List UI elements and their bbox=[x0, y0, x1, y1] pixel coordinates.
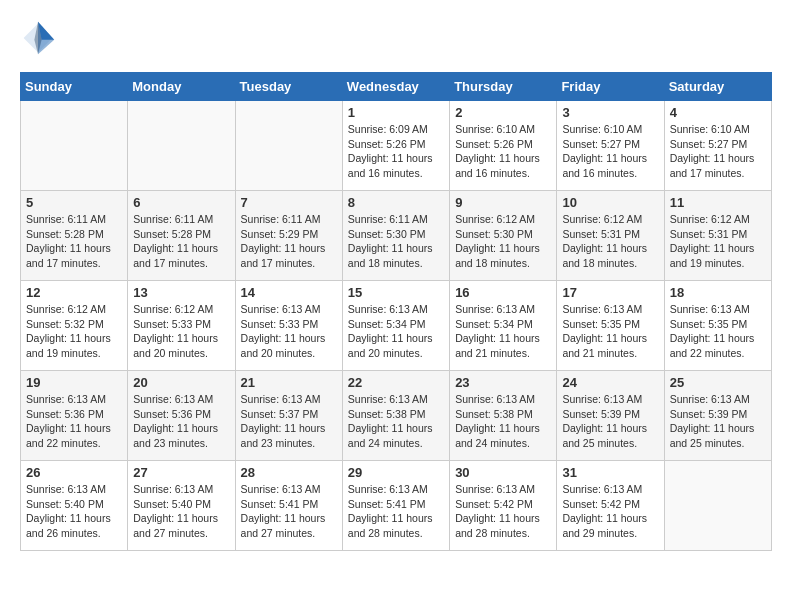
day-number: 24 bbox=[562, 375, 658, 390]
day-number: 1 bbox=[348, 105, 444, 120]
day-number: 9 bbox=[455, 195, 551, 210]
weekday-header-thursday: Thursday bbox=[450, 73, 557, 101]
day-number: 14 bbox=[241, 285, 337, 300]
day-number: 15 bbox=[348, 285, 444, 300]
calendar-week-row: 5Sunrise: 6:11 AM Sunset: 5:28 PM Daylig… bbox=[21, 191, 772, 281]
calendar-cell: 1Sunrise: 6:09 AM Sunset: 5:26 PM Daylig… bbox=[342, 101, 449, 191]
calendar-week-row: 1Sunrise: 6:09 AM Sunset: 5:26 PM Daylig… bbox=[21, 101, 772, 191]
day-number: 4 bbox=[670, 105, 766, 120]
day-content: Sunrise: 6:13 AM Sunset: 5:36 PM Dayligh… bbox=[26, 392, 122, 451]
calendar-cell: 15Sunrise: 6:13 AM Sunset: 5:34 PM Dayli… bbox=[342, 281, 449, 371]
day-number: 8 bbox=[348, 195, 444, 210]
day-number: 19 bbox=[26, 375, 122, 390]
day-content: Sunrise: 6:13 AM Sunset: 5:37 PM Dayligh… bbox=[241, 392, 337, 451]
day-number: 7 bbox=[241, 195, 337, 210]
day-number: 6 bbox=[133, 195, 229, 210]
day-number: 5 bbox=[26, 195, 122, 210]
logo-icon bbox=[20, 20, 56, 56]
page-header bbox=[20, 20, 772, 56]
day-content: Sunrise: 6:10 AM Sunset: 5:27 PM Dayligh… bbox=[670, 122, 766, 181]
day-content: Sunrise: 6:13 AM Sunset: 5:40 PM Dayligh… bbox=[26, 482, 122, 541]
day-number: 28 bbox=[241, 465, 337, 480]
calendar-cell: 7Sunrise: 6:11 AM Sunset: 5:29 PM Daylig… bbox=[235, 191, 342, 281]
day-content: Sunrise: 6:11 AM Sunset: 5:30 PM Dayligh… bbox=[348, 212, 444, 271]
day-content: Sunrise: 6:12 AM Sunset: 5:33 PM Dayligh… bbox=[133, 302, 229, 361]
day-content: Sunrise: 6:13 AM Sunset: 5:36 PM Dayligh… bbox=[133, 392, 229, 451]
day-content: Sunrise: 6:10 AM Sunset: 5:26 PM Dayligh… bbox=[455, 122, 551, 181]
calendar-cell bbox=[235, 101, 342, 191]
calendar-cell: 5Sunrise: 6:11 AM Sunset: 5:28 PM Daylig… bbox=[21, 191, 128, 281]
day-number: 17 bbox=[562, 285, 658, 300]
day-number: 27 bbox=[133, 465, 229, 480]
weekday-header-friday: Friday bbox=[557, 73, 664, 101]
calendar-cell: 26Sunrise: 6:13 AM Sunset: 5:40 PM Dayli… bbox=[21, 461, 128, 551]
calendar-cell: 21Sunrise: 6:13 AM Sunset: 5:37 PM Dayli… bbox=[235, 371, 342, 461]
weekday-header-saturday: Saturday bbox=[664, 73, 771, 101]
day-content: Sunrise: 6:13 AM Sunset: 5:41 PM Dayligh… bbox=[241, 482, 337, 541]
day-number: 2 bbox=[455, 105, 551, 120]
calendar-week-row: 19Sunrise: 6:13 AM Sunset: 5:36 PM Dayli… bbox=[21, 371, 772, 461]
calendar-cell: 17Sunrise: 6:13 AM Sunset: 5:35 PM Dayli… bbox=[557, 281, 664, 371]
weekday-header-wednesday: Wednesday bbox=[342, 73, 449, 101]
calendar-cell: 19Sunrise: 6:13 AM Sunset: 5:36 PM Dayli… bbox=[21, 371, 128, 461]
weekday-header-sunday: Sunday bbox=[21, 73, 128, 101]
day-number: 31 bbox=[562, 465, 658, 480]
day-content: Sunrise: 6:09 AM Sunset: 5:26 PM Dayligh… bbox=[348, 122, 444, 181]
day-content: Sunrise: 6:13 AM Sunset: 5:42 PM Dayligh… bbox=[455, 482, 551, 541]
day-content: Sunrise: 6:13 AM Sunset: 5:40 PM Dayligh… bbox=[133, 482, 229, 541]
calendar-cell: 6Sunrise: 6:11 AM Sunset: 5:28 PM Daylig… bbox=[128, 191, 235, 281]
day-number: 21 bbox=[241, 375, 337, 390]
day-number: 3 bbox=[562, 105, 658, 120]
day-content: Sunrise: 6:13 AM Sunset: 5:34 PM Dayligh… bbox=[348, 302, 444, 361]
day-content: Sunrise: 6:13 AM Sunset: 5:42 PM Dayligh… bbox=[562, 482, 658, 541]
calendar-cell bbox=[664, 461, 771, 551]
day-number: 11 bbox=[670, 195, 766, 210]
calendar-cell: 16Sunrise: 6:13 AM Sunset: 5:34 PM Dayli… bbox=[450, 281, 557, 371]
calendar-cell: 27Sunrise: 6:13 AM Sunset: 5:40 PM Dayli… bbox=[128, 461, 235, 551]
calendar-cell: 31Sunrise: 6:13 AM Sunset: 5:42 PM Dayli… bbox=[557, 461, 664, 551]
day-content: Sunrise: 6:12 AM Sunset: 5:30 PM Dayligh… bbox=[455, 212, 551, 271]
day-content: Sunrise: 6:13 AM Sunset: 5:41 PM Dayligh… bbox=[348, 482, 444, 541]
day-content: Sunrise: 6:12 AM Sunset: 5:31 PM Dayligh… bbox=[670, 212, 766, 271]
calendar-cell: 13Sunrise: 6:12 AM Sunset: 5:33 PM Dayli… bbox=[128, 281, 235, 371]
day-number: 13 bbox=[133, 285, 229, 300]
day-number: 20 bbox=[133, 375, 229, 390]
day-number: 12 bbox=[26, 285, 122, 300]
calendar-week-row: 12Sunrise: 6:12 AM Sunset: 5:32 PM Dayli… bbox=[21, 281, 772, 371]
day-content: Sunrise: 6:13 AM Sunset: 5:33 PM Dayligh… bbox=[241, 302, 337, 361]
calendar-cell: 14Sunrise: 6:13 AM Sunset: 5:33 PM Dayli… bbox=[235, 281, 342, 371]
day-content: Sunrise: 6:13 AM Sunset: 5:39 PM Dayligh… bbox=[562, 392, 658, 451]
day-content: Sunrise: 6:11 AM Sunset: 5:28 PM Dayligh… bbox=[26, 212, 122, 271]
day-content: Sunrise: 6:13 AM Sunset: 5:35 PM Dayligh… bbox=[670, 302, 766, 361]
day-content: Sunrise: 6:13 AM Sunset: 5:39 PM Dayligh… bbox=[670, 392, 766, 451]
weekday-header-monday: Monday bbox=[128, 73, 235, 101]
day-content: Sunrise: 6:13 AM Sunset: 5:35 PM Dayligh… bbox=[562, 302, 658, 361]
day-content: Sunrise: 6:13 AM Sunset: 5:38 PM Dayligh… bbox=[455, 392, 551, 451]
calendar-cell: 24Sunrise: 6:13 AM Sunset: 5:39 PM Dayli… bbox=[557, 371, 664, 461]
calendar-cell: 9Sunrise: 6:12 AM Sunset: 5:30 PM Daylig… bbox=[450, 191, 557, 281]
calendar-table: SundayMondayTuesdayWednesdayThursdayFrid… bbox=[20, 72, 772, 551]
calendar-cell: 4Sunrise: 6:10 AM Sunset: 5:27 PM Daylig… bbox=[664, 101, 771, 191]
calendar-cell: 28Sunrise: 6:13 AM Sunset: 5:41 PM Dayli… bbox=[235, 461, 342, 551]
calendar-week-row: 26Sunrise: 6:13 AM Sunset: 5:40 PM Dayli… bbox=[21, 461, 772, 551]
calendar-body: 1Sunrise: 6:09 AM Sunset: 5:26 PM Daylig… bbox=[21, 101, 772, 551]
calendar-cell bbox=[128, 101, 235, 191]
calendar-cell: 20Sunrise: 6:13 AM Sunset: 5:36 PM Dayli… bbox=[128, 371, 235, 461]
weekday-header-tuesday: Tuesday bbox=[235, 73, 342, 101]
day-content: Sunrise: 6:12 AM Sunset: 5:32 PM Dayligh… bbox=[26, 302, 122, 361]
day-number: 23 bbox=[455, 375, 551, 390]
calendar-header: SundayMondayTuesdayWednesdayThursdayFrid… bbox=[21, 73, 772, 101]
calendar-cell: 18Sunrise: 6:13 AM Sunset: 5:35 PM Dayli… bbox=[664, 281, 771, 371]
day-content: Sunrise: 6:13 AM Sunset: 5:34 PM Dayligh… bbox=[455, 302, 551, 361]
day-content: Sunrise: 6:12 AM Sunset: 5:31 PM Dayligh… bbox=[562, 212, 658, 271]
calendar-cell: 25Sunrise: 6:13 AM Sunset: 5:39 PM Dayli… bbox=[664, 371, 771, 461]
calendar-cell: 10Sunrise: 6:12 AM Sunset: 5:31 PM Dayli… bbox=[557, 191, 664, 281]
logo bbox=[20, 20, 62, 56]
day-number: 25 bbox=[670, 375, 766, 390]
day-number: 22 bbox=[348, 375, 444, 390]
weekday-header-row: SundayMondayTuesdayWednesdayThursdayFrid… bbox=[21, 73, 772, 101]
day-number: 29 bbox=[348, 465, 444, 480]
day-number: 16 bbox=[455, 285, 551, 300]
calendar-cell: 30Sunrise: 6:13 AM Sunset: 5:42 PM Dayli… bbox=[450, 461, 557, 551]
day-number: 18 bbox=[670, 285, 766, 300]
